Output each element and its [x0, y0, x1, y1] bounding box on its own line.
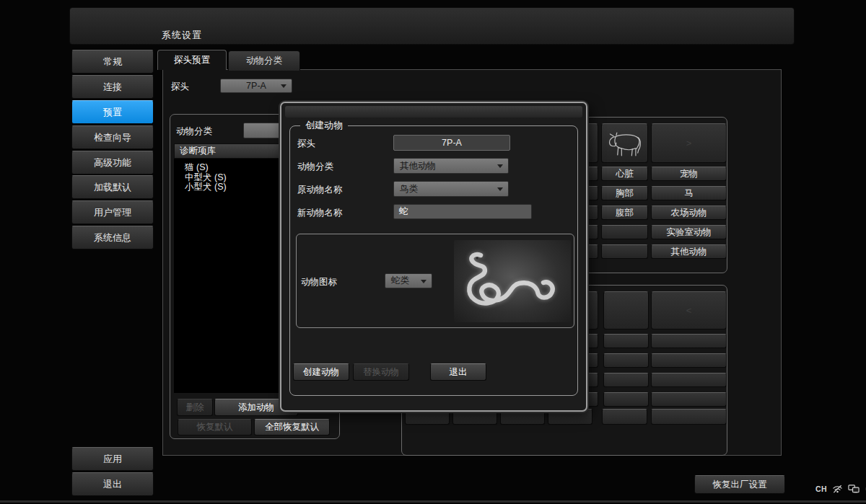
sidebar-item-label: 连接 [103, 81, 122, 94]
preset-slot-button[interactable] [651, 409, 727, 425]
sidebar-item-label: 用户管理 [94, 206, 131, 219]
replace-animal-button[interactable]: 替换动物 [353, 363, 409, 381]
exam-part-button[interactable] [601, 244, 648, 259]
category-button-label: 实验室动物 [666, 226, 712, 239]
new-animal-name-input[interactable]: 蛇 [393, 204, 532, 219]
create-animal-label: 创建动物 [303, 366, 339, 379]
category-pet-button[interactable]: 宠物 [651, 167, 727, 181]
dialog-probe-text: 7P-A [442, 138, 462, 148]
tab-label: 动物分类 [246, 55, 282, 67]
restore-default-label: 恢复默认 [197, 421, 233, 433]
dual-display-icon [848, 484, 860, 494]
sidebar-item-label: 检查向导 [94, 131, 131, 144]
next-page-button[interactable]: > [651, 123, 727, 163]
animal-icon-section: 动物图标 蛇类 [296, 234, 574, 328]
title-bar: 系统设置 [69, 7, 795, 45]
category-other-button[interactable]: 其他动物 [651, 244, 727, 259]
exam-part-heart-button[interactable]: 心脏 [601, 167, 648, 181]
sidebar-item-preset[interactable]: 预置 [71, 100, 154, 124]
category-button[interactable] [651, 392, 727, 407]
create-animal-dialog: 创建动物 探头 7P-A 动物分类 其他动物 原动物名称 鸟类 新动物名称 蛇 … [280, 102, 587, 412]
sidebar-item-user-mgmt[interactable]: 用户管理 [71, 200, 154, 224]
snake-eye [476, 257, 478, 259]
dialog-origname-label: 原动物名称 [297, 184, 343, 196]
tab-probe-preset[interactable]: 探头预置 [157, 50, 227, 70]
exit-button[interactable]: 退出 [71, 472, 154, 496]
category-button[interactable] [651, 353, 727, 368]
restore-all-label: 全部恢复默认 [265, 421, 319, 433]
animal-icon-cell [601, 123, 648, 163]
dialog-icon-value: 蛇类 [391, 275, 409, 287]
dialog-category-value: 其他动物 [400, 160, 436, 172]
dialog-origname-dropdown[interactable]: 鸟类 [393, 181, 509, 197]
dialog-exit-button[interactable]: 退出 [430, 363, 486, 381]
category-label: 动物分类 [176, 125, 212, 138]
sidebar-item-label: 高级功能 [94, 156, 131, 169]
animal-icon-cell [603, 291, 649, 330]
exam-part-button[interactable] [601, 225, 648, 239]
delete-button[interactable]: 删除 [177, 399, 213, 416]
tab-animal-category[interactable]: 动物分类 [228, 50, 300, 71]
cow-icon [605, 128, 645, 159]
snake-image [454, 240, 571, 322]
dialog-probe-label: 探头 [297, 138, 315, 150]
category-farm-button[interactable]: 农场动物 [651, 205, 727, 220]
probe-label: 探头 [171, 81, 189, 93]
status-bar-icons: CH [815, 482, 866, 495]
exam-part-button[interactable] [603, 353, 649, 368]
dialog-icon-dropdown[interactable]: 蛇类 [385, 273, 432, 288]
next-arrow-icon: > [686, 138, 692, 149]
sidebar-item-label: 加载默认 [94, 181, 131, 194]
category-button-label: 农场动物 [671, 207, 707, 219]
probe-value: 7P-A [246, 81, 266, 91]
chevron-down-icon [497, 164, 503, 168]
restore-all-button[interactable]: 全部恢复默认 [254, 419, 330, 436]
exam-part-button[interactable] [603, 392, 649, 407]
replace-animal-label: 替换动物 [363, 366, 399, 379]
prev-arrow-icon: < [686, 305, 692, 316]
dialog-category-dropdown[interactable]: 其他动物 [393, 158, 509, 174]
sidebar-item-connect[interactable]: 连接 [71, 75, 154, 99]
snake-icon [454, 240, 571, 322]
category-lab-button[interactable]: 实验室动物 [651, 225, 727, 239]
category-button[interactable] [651, 334, 727, 348]
system-settings-screen: 系统设置 常规 连接 预置 检查向导 高级功能 加载默认 用户管理 系统信息 应… [0, 0, 866, 504]
chevron-down-icon [281, 84, 287, 88]
language-indicator: CH [815, 485, 827, 493]
wifi-off-icon [832, 484, 843, 494]
sidebar-item-exam-wizard[interactable]: 检查向导 [71, 125, 154, 149]
exam-part-chest-button[interactable]: 胸部 [601, 186, 648, 200]
dialog-origname-value: 鸟类 [400, 183, 418, 195]
category-horse-button[interactable]: 马 [651, 186, 727, 200]
chevron-down-icon [497, 187, 503, 191]
dialog-exit-label: 退出 [450, 366, 468, 379]
dialog-category-label: 动物分类 [297, 161, 333, 173]
sidebar-item-system-info[interactable]: 系统信息 [71, 226, 154, 249]
exam-part-button[interactable] [603, 334, 649, 348]
category-button-label: 马 [684, 187, 694, 200]
sidebar-item-advanced[interactable]: 高级功能 [71, 151, 154, 174]
apply-button[interactable]: 应用 [71, 447, 154, 471]
category-button-label: 其他动物 [671, 246, 707, 258]
sidebar-item-general[interactable]: 常规 [71, 50, 154, 74]
sidebar-item-label: 预置 [103, 106, 122, 119]
probe-dropdown[interactable]: 7P-A [220, 79, 292, 93]
factory-reset-button[interactable]: 恢复出厂设置 [694, 475, 785, 494]
create-animal-button[interactable]: 创建动物 [293, 363, 349, 381]
dialog-newname-label: 新动物名称 [297, 207, 343, 219]
restore-default-button[interactable]: 恢复默认 [178, 419, 252, 436]
prev-page-button[interactable]: < [651, 291, 727, 330]
exam-part-button[interactable] [603, 373, 649, 387]
preset-slot-button[interactable] [602, 409, 647, 425]
chevron-down-icon [421, 280, 427, 283]
new-animal-name-value: 蛇 [399, 205, 408, 218]
dialog-title-strip[interactable] [285, 106, 582, 118]
exam-part-label: 腹部 [616, 207, 634, 219]
category-button[interactable] [651, 373, 727, 387]
screen-bottom-edge [0, 500, 866, 503]
dialog-icon-label: 动物图标 [301, 276, 337, 288]
sidebar-item-load-default[interactable]: 加载默认 [71, 175, 154, 199]
dialog-legend: 创建动物 [300, 119, 348, 132]
exam-part-abdomen-button[interactable]: 腹部 [601, 205, 648, 220]
delete-label: 删除 [186, 402, 204, 414]
